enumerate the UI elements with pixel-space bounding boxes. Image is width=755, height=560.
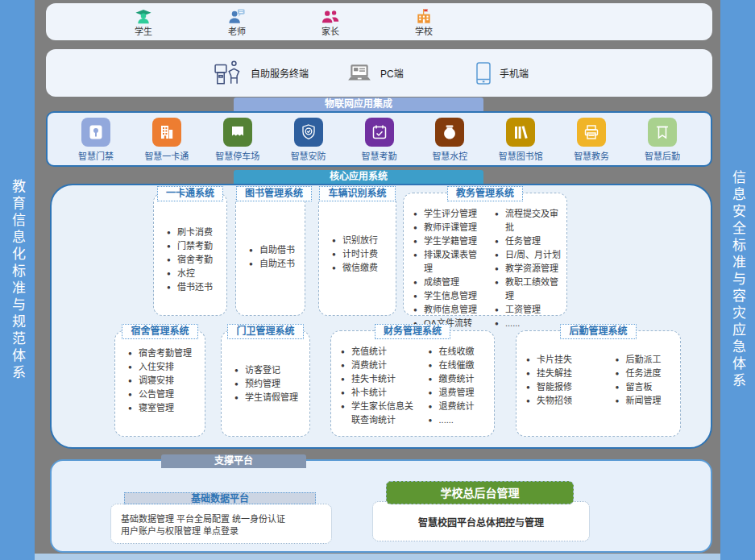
user-group-parent: 家长: [301, 7, 359, 36]
kiosk-icon: [214, 60, 243, 87]
iot-label: 智慧一卡通: [144, 149, 189, 162]
system-item: 卡片挂失: [526, 353, 590, 367]
security-icon: [294, 118, 323, 147]
system-item: 识别放行: [332, 234, 394, 247]
base-platform-line2: 用户账户与权限管理 单点登录: [121, 525, 326, 537]
base-data-platform-title: 基础数据平台: [124, 492, 316, 504]
water-control-icon: [435, 118, 464, 147]
iot-label: 智慧图书馆: [499, 149, 543, 162]
phone-icon: [475, 61, 492, 85]
user-label: 学生: [135, 27, 152, 36]
system-item: 宿舍考勤管理: [128, 346, 203, 360]
teacher-icon: [227, 7, 247, 26]
system-item: 消费统计: [341, 359, 417, 372]
terminal-phone: 手机端: [475, 49, 529, 97]
system-item: 缴费统计: [429, 372, 492, 386]
parents-icon: [321, 7, 340, 26]
system-item: 教学资源管理: [495, 262, 565, 276]
system-item: 学生家长信息关联查询统计: [341, 400, 417, 427]
iot-item-academic: 智慧教务: [561, 118, 622, 165]
system-title: 一卡通系统: [157, 186, 223, 201]
iot-item-water: 智慧水控: [419, 118, 480, 165]
system-item: 留言板: [616, 380, 679, 394]
system-item: 寝室管理: [128, 401, 203, 415]
system-item: 任务进度: [616, 367, 679, 380]
user-label: 家长: [321, 27, 339, 36]
system-item: 工资管理: [495, 303, 565, 317]
system-item: 挂失解挂: [526, 367, 590, 380]
bottom-accent-strip: [35, 554, 720, 560]
system-item: 在线收缴: [429, 345, 492, 359]
iot-label: 智慧门禁: [78, 149, 114, 162]
iot-label: 智慧教务: [574, 149, 609, 162]
terminal-label: 自助服务终端: [251, 66, 309, 80]
system-item: 微信缴费: [332, 261, 394, 275]
system-item: 宿舍考勤: [167, 253, 225, 267]
system-logistics: 后勤管理系统 卡片挂失 挂失解挂 智能报修 失物招领 后勤派工 任务进度 留言板…: [516, 330, 681, 437]
right-security-label: 信息安全标准与容灾应急体系: [728, 170, 748, 390]
system-item: 借书还书: [167, 280, 225, 294]
system-title: 宿舍管理系统: [122, 324, 197, 339]
iot-label: 智慧安防: [291, 149, 326, 162]
system-title: 门卫管理系统: [227, 324, 303, 339]
iot-item-attendance: 智慧考勤: [349, 118, 410, 165]
system-item: 入住安排: [128, 360, 203, 374]
system-library: 图书管理系统 自助借书 自助还书: [235, 193, 305, 316]
system-item: 调寝安排: [128, 374, 203, 388]
access-control-icon: [81, 118, 110, 147]
system-item: 失物招领: [526, 394, 590, 408]
system-item: 充值统计: [341, 345, 417, 359]
academic-icon: [577, 118, 606, 147]
core-section-tab: 核心应用系统: [234, 170, 483, 184]
system-item: 日/周、月计划: [495, 248, 565, 262]
system-item: 退费管理: [429, 386, 492, 400]
system-item: 访客登记: [234, 363, 308, 377]
system-onecard: 一卡通系统 刷卡消费 门禁考勤 宿舍考勤 水控 借书还书: [153, 193, 227, 316]
attendance-icon: [365, 118, 394, 147]
system-item: 退费统计: [429, 400, 492, 413]
left-standards-bar: 教育信息化标准与规范体系: [0, 0, 35, 560]
left-standards-label: 教育信息化标准与规范体系: [7, 179, 27, 382]
system-item: 学生请假管理: [234, 391, 308, 404]
system-item: 学生信息管理: [413, 289, 483, 303]
system-title: 教务管理系统: [447, 186, 523, 201]
system-title: 车辆识别系统: [319, 186, 395, 201]
core-systems-section: 一卡通系统 刷卡消费 门禁考勤 宿舍考勤 水控 借书还书 图书管理系统 自助借书…: [50, 184, 712, 449]
logistics-icon: [648, 118, 677, 147]
system-item: 挂失卡统计: [341, 372, 417, 386]
parking-icon: [223, 118, 252, 147]
system-item: 计时计费: [332, 247, 394, 261]
system-dormitory: 宿舍管理系统 宿舍考勤管理 入住安排 调寝安排 公告管理 寝室管理: [114, 330, 205, 437]
iot-label: 智慧考勤: [362, 149, 397, 162]
system-item: 自助借书: [249, 243, 303, 257]
terminal-label: 手机端: [500, 66, 529, 80]
system-item: 在线催缴: [429, 359, 492, 372]
system-item: 公告管理: [128, 388, 203, 401]
system-item: 流程提交及审批: [495, 207, 565, 234]
system-item: 刷卡消费: [167, 226, 225, 239]
terminals-panel: 自助服务终端 PC端 手机端: [46, 49, 712, 97]
school-admin-title: 学校总后台管理: [386, 481, 574, 504]
system-item: 水控: [167, 267, 225, 280]
system-item: 补卡统计: [341, 386, 417, 400]
base-data-platform-content: 基础数据管理 平台全局配置 统一身份认证 用户账户与权限管理 单点登录: [110, 504, 332, 544]
support-section-tab: 支撑平台: [161, 454, 306, 468]
system-item: 门禁考勤: [167, 239, 225, 253]
system-item: 智能报修: [526, 380, 590, 394]
system-item: 任务管理: [495, 234, 565, 248]
system-finance: 财务管理系统 充值统计 消费统计 挂失卡统计 补卡统计 学生家长信息关联查询统计…: [330, 330, 495, 437]
system-item: ......: [429, 413, 492, 427]
user-group-school: 学校: [395, 7, 453, 36]
system-item: 成绩管理: [413, 276, 483, 289]
iot-section: 智慧门禁 智慧一卡通 智慧停车场 智慧安防 智慧考勤 智慧水控: [46, 111, 712, 167]
right-security-bar: 信息安全标准与容灾应急体系: [720, 0, 755, 560]
library-icon: [506, 118, 535, 147]
pc-icon: [346, 63, 372, 84]
user-label: 学校: [415, 27, 433, 36]
user-label: 老师: [228, 27, 246, 36]
system-item: 后勤派工: [616, 353, 679, 367]
system-item: 教师信息管理: [413, 303, 483, 317]
iot-item-logistics: 智慧后勤: [632, 118, 693, 165]
system-item: 教师评课管理: [413, 221, 483, 234]
base-platform-line1: 基础数据管理 平台全局配置 统一身份认证: [121, 513, 326, 525]
